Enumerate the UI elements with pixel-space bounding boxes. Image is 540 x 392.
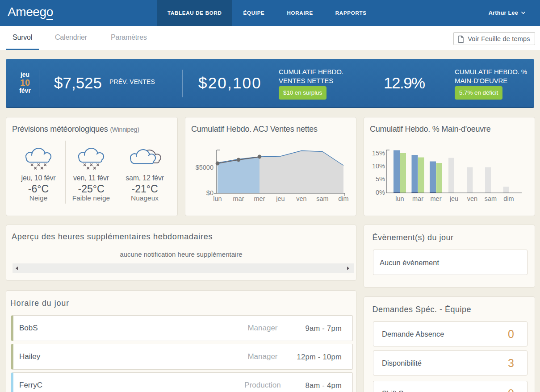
svg-text:5%: 5% xyxy=(376,175,385,183)
svg-text:jeu: jeu xyxy=(276,195,285,202)
svg-text:dim: dim xyxy=(503,195,514,202)
svg-text:15%: 15% xyxy=(372,150,385,157)
svg-text:ven: ven xyxy=(296,195,306,202)
svg-text:mar: mar xyxy=(233,195,244,202)
svg-text:$5000: $5000 xyxy=(196,164,213,171)
svg-text:mer: mer xyxy=(431,195,442,202)
svg-text:mar: mar xyxy=(412,195,423,202)
svg-text:lun: lun xyxy=(213,195,222,202)
svg-text:dim: dim xyxy=(338,195,348,202)
svg-text:mer: mer xyxy=(254,195,265,202)
svg-text:jeu: jeu xyxy=(449,195,458,202)
svg-text:0%: 0% xyxy=(376,189,385,196)
svg-text:ven: ven xyxy=(467,195,477,202)
svg-text:sam: sam xyxy=(485,195,497,202)
svg-text:sam: sam xyxy=(316,195,328,202)
svg-text:lun: lun xyxy=(395,195,404,202)
svg-text:$0: $0 xyxy=(206,189,213,196)
svg-text:10%: 10% xyxy=(372,163,385,170)
